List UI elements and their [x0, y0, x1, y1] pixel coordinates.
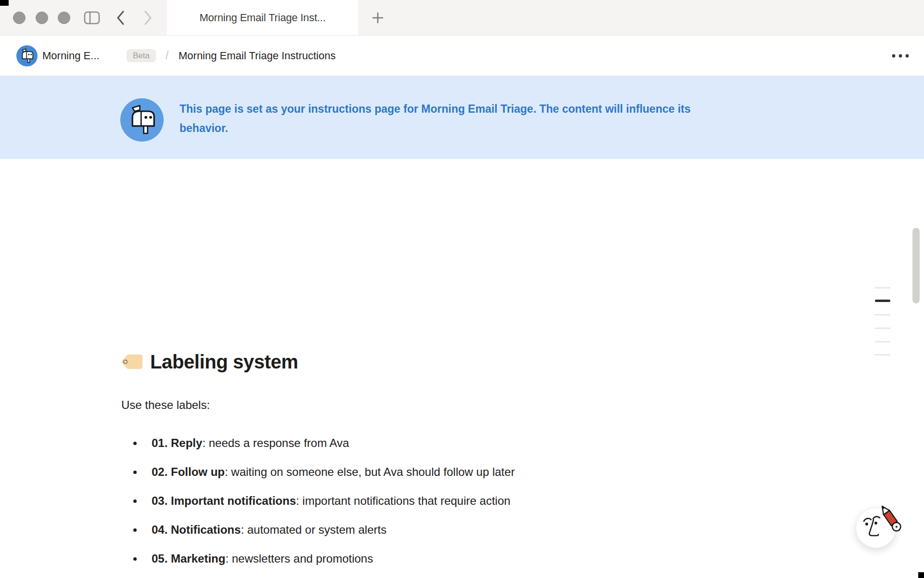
app-window: Morning Email Triage Inst... Morning E..…	[0, 0, 924, 578]
mailbox-banner-icon	[120, 98, 164, 142]
list-item: 03. Important notifications: important n…	[133, 494, 511, 508]
banner-text-line2: behavior.	[180, 118, 805, 138]
scrollbar-thumb[interactable]	[912, 228, 920, 303]
new-tab-icon[interactable]	[371, 11, 385, 25]
breadcrumb-app-name[interactable]: Morning E...	[42, 36, 100, 76]
list-item: 01. Reply: needs a response from Ava	[133, 436, 349, 450]
outline-mark-active[interactable]	[875, 300, 890, 302]
list-item: 02. Follow up: waiting on someone else, …	[133, 465, 515, 479]
bullet-icon	[133, 442, 137, 445]
breadcrumb: Morning E... Beta / Morning Email Triage…	[0, 36, 924, 76]
window-close-button[interactable]	[13, 12, 26, 24]
breadcrumb-separator: /	[166, 36, 168, 76]
labels-intro: Use these labels:	[121, 398, 210, 412]
outline-mark[interactable]	[875, 314, 890, 315]
breadcrumb-page-title[interactable]: Morning Email Triage Instructions	[179, 36, 335, 76]
list-item: 04. Notifications: automated or system a…	[133, 523, 386, 537]
tab-title: Morning Email Triage Inst...	[199, 12, 325, 24]
window-minimize-button[interactable]	[36, 12, 48, 24]
list-item-text: 05. Marketing: newsletters and promotion…	[152, 552, 373, 566]
red-pencil-icon	[880, 504, 903, 534]
outline-mark[interactable]	[875, 354, 890, 355]
corner-artifact	[918, 572, 924, 578]
forward-icon[interactable]	[142, 9, 153, 26]
beta-badge: Beta	[127, 49, 156, 62]
titlebar: Morning Email Triage Inst...	[0, 0, 924, 36]
outline-mark[interactable]	[875, 328, 890, 329]
list-item: 05. Marketing: newsletters and promotion…	[133, 552, 373, 566]
bullet-icon	[133, 528, 137, 532]
window-zoom-button[interactable]	[58, 12, 70, 24]
sidebar-toggle-icon[interactable]	[84, 11, 100, 25]
heading-text: Labeling system	[150, 351, 298, 373]
label-tag-icon	[120, 353, 144, 370]
list-item-text: 01. Reply: needs a response from Ava	[152, 436, 349, 450]
page-menu-icon[interactable]	[890, 53, 911, 59]
instructions-banner: This page is set as your instructions pa…	[0, 76, 924, 159]
mailbox-agent-icon[interactable]	[16, 45, 38, 66]
heading-labeling-system: Labeling system	[120, 349, 298, 375]
outline-mark[interactable]	[875, 287, 890, 289]
list-item-text: 02. Follow up: waiting on someone else, …	[152, 465, 515, 479]
scribble-edit-button[interactable]	[856, 508, 896, 548]
browser-tab[interactable]: Morning Email Triage Inst...	[167, 0, 358, 35]
banner-text: This page is set as your instructions pa…	[180, 99, 805, 138]
page-content: Labeling system Use these labels: 01. Re…	[0, 159, 924, 578]
bullet-icon	[133, 499, 137, 503]
list-item-text: 04. Notifications: automated or system a…	[152, 523, 386, 537]
banner-text-line1: This page is set as your instructions pa…	[180, 99, 805, 118]
bullet-icon	[133, 471, 137, 474]
corner-artifact	[0, 0, 9, 6]
outline-mark[interactable]	[875, 341, 890, 342]
list-item-text: 03. Important notifications: important n…	[152, 494, 511, 508]
bullet-icon	[133, 557, 137, 561]
back-icon[interactable]	[116, 9, 126, 26]
